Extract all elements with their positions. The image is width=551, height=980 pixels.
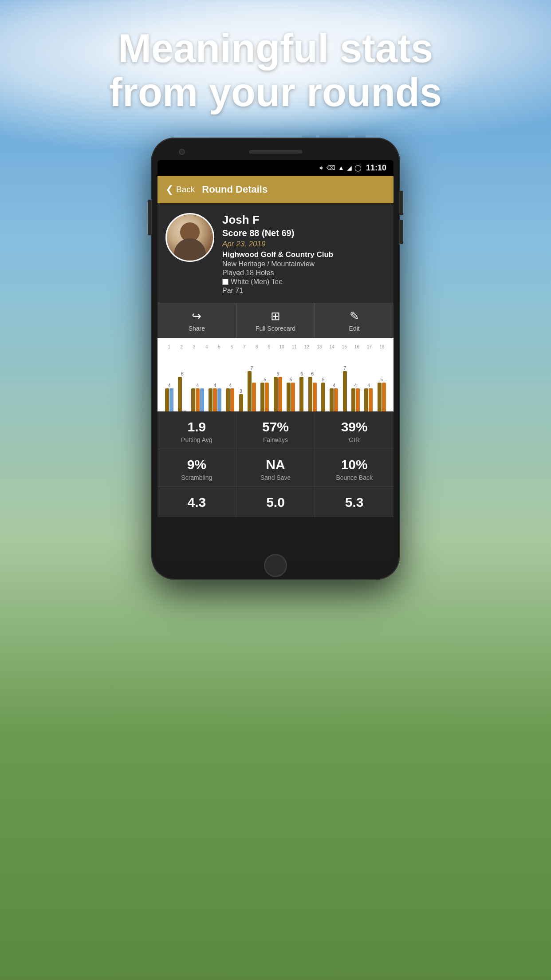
bar-brown-11	[299, 377, 303, 411]
hole-label-2: 2	[177, 344, 186, 349]
tee-color: White (Men) Tee	[222, 278, 386, 286]
hole-label-5: 5	[214, 344, 224, 349]
stat-val3: 5.3	[315, 487, 394, 517]
bar-hole-6: 3	[239, 389, 243, 411]
bar-hole-9: 6	[274, 372, 282, 411]
hole-label-3: 3	[189, 344, 199, 349]
bar-orange-7	[252, 383, 256, 411]
stats-row-2: 9% Scrambling NA Sand Save 10% Bounce Ba…	[157, 449, 394, 487]
avatar	[165, 213, 214, 262]
stat-putting-avg: 1.9 Putting Avg	[157, 411, 236, 449]
vibrate-icon: ⌫	[327, 164, 335, 171]
bar-hole-11: 6	[299, 372, 303, 411]
bar-orange-10	[291, 383, 295, 411]
score-value: 88	[249, 228, 259, 238]
score-label: Score	[222, 228, 247, 238]
phone-bottom-bar	[157, 559, 394, 572]
bar-blue-4	[217, 388, 221, 411]
back-label: Back	[176, 185, 195, 194]
sand-save-label: Sand Save	[240, 474, 311, 481]
stats-grid: 1.9 Putting Avg 57% Fairways 39% GIR	[157, 411, 394, 517]
hole-label-8: 8	[252, 344, 262, 349]
bar-hole-7: 7	[248, 366, 256, 411]
player-info: Josh F Score 88 (Net 69) Apr 23, 2019 Hi…	[222, 213, 386, 295]
phone-device: ∗ ⌫ ▲ ◢ ◯ 11:10 ❮ Back Round Details	[151, 138, 400, 580]
bar-orange-8	[265, 383, 269, 411]
volume-up-button	[400, 191, 403, 215]
bar-hole-17: 4	[364, 383, 373, 411]
bar-hole-16: 4	[351, 383, 360, 411]
player-section: Josh F Score 88 (Net 69) Apr 23, 2019 Hi…	[157, 203, 394, 303]
hole-label-14: 14	[327, 344, 337, 349]
bar-hole-10: 5	[287, 378, 295, 411]
signal-icon: ◢	[347, 164, 352, 171]
bar-orange-16	[356, 388, 360, 411]
edit-label: Edit	[349, 325, 360, 332]
hero-section: Meaningful stats from your rounds	[0, 27, 551, 115]
bar-orange-14	[334, 388, 338, 411]
phone-screen: ∗ ⌫ ▲ ◢ ◯ 11:10 ❮ Back Round Details	[157, 160, 394, 559]
avatar-image	[167, 214, 213, 261]
share-icon: ↩	[192, 309, 201, 323]
hole-label-6: 6	[227, 344, 236, 349]
hole-label-18: 18	[377, 344, 387, 349]
bar-hole-5: 4	[226, 383, 234, 411]
course-variant: New Heritage / Mountainview	[222, 260, 386, 268]
full-scorecard-button[interactable]: ⊞ Full Scorecard	[236, 303, 315, 338]
edit-button[interactable]: ✎ Edit	[315, 303, 394, 338]
bar-blue-3	[200, 388, 204, 411]
share-button[interactable]: ↩ Share	[157, 303, 236, 338]
putting-avg-label: Putting Avg	[161, 436, 232, 443]
bar-hole-8: 5	[260, 378, 269, 411]
hole-label-1: 1	[164, 344, 174, 349]
battery-icon: ◯	[354, 164, 362, 171]
scorecard-label: Full Scorecard	[256, 325, 295, 332]
hole-label-13: 13	[315, 344, 324, 349]
bar-hole-2: 6	[178, 372, 186, 411]
chart-bars-container: 4 6	[162, 349, 389, 411]
share-label: Share	[189, 325, 205, 332]
hole-label-12: 12	[302, 344, 312, 349]
stat-gir: 39% GIR	[315, 411, 394, 449]
hero-title: Meaningful stats from your rounds	[0, 27, 551, 115]
bar-brown-5	[226, 388, 230, 411]
bar-hole-1: 4	[165, 383, 173, 411]
status-time: 11:10	[366, 163, 386, 173]
home-button[interactable]	[264, 554, 287, 577]
bar-hole-18: 5	[378, 378, 386, 411]
chevron-left-icon: ❮	[165, 184, 173, 195]
back-button[interactable]: ❮ Back	[165, 184, 195, 195]
hole-label-9: 9	[264, 344, 274, 349]
putting-avg-value: 1.9	[161, 419, 232, 435]
phone-body: ∗ ⌫ ▲ ◢ ◯ 11:10 ❮ Back Round Details	[151, 138, 400, 580]
bar-brown-7	[248, 371, 252, 411]
fairways-value: 57%	[240, 419, 311, 435]
wifi-icon: ▲	[338, 164, 344, 171]
status-bar: ∗ ⌫ ▲ ◢ ◯ 11:10	[157, 160, 394, 176]
fairways-label: Fairways	[240, 436, 311, 443]
bar-brown-2	[178, 377, 182, 411]
bar-orange-18	[382, 383, 386, 411]
bar-brown-14	[330, 388, 334, 411]
bar-brown-3	[191, 388, 195, 411]
stat-val2-value: 5.0	[240, 495, 311, 510]
player-score: Score 88 (Net 69)	[222, 228, 386, 238]
bar-orange-4	[213, 388, 217, 411]
bluetooth-icon: ∗	[319, 164, 324, 171]
bar-orange-17	[369, 388, 373, 411]
bar-brown-17	[364, 388, 368, 411]
net-score: (Net 69)	[262, 228, 294, 238]
stats-row-3: 4.3 5.0 5.3	[157, 487, 394, 517]
hole-label-11: 11	[289, 344, 299, 349]
bar-brown-1	[165, 388, 169, 411]
stat-val2: 5.0	[236, 487, 315, 517]
front-camera	[179, 149, 185, 155]
gir-value: 39%	[319, 419, 390, 435]
bar-hole-12: 6	[308, 372, 317, 411]
bar-orange-5	[230, 388, 234, 411]
bar-brown-16	[351, 388, 355, 411]
scrambling-label: Scrambling	[161, 474, 232, 481]
bar-hole-4: 4	[209, 383, 221, 411]
player-name: Josh F	[222, 213, 386, 227]
bar-brown-8	[260, 383, 264, 411]
